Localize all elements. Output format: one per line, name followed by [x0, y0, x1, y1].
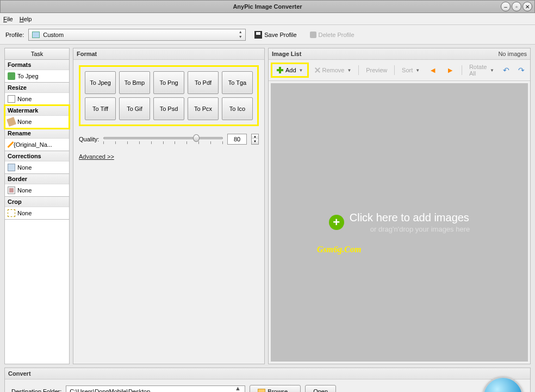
- crop-icon: [8, 209, 15, 217]
- folder-icon: [32, 32, 40, 38]
- quality-label: Quality:: [79, 136, 99, 142]
- next-button[interactable]: ►: [443, 64, 458, 76]
- drop-text-main: Click here to add images: [350, 211, 470, 224]
- task-group-border: Border None: [5, 174, 69, 197]
- prev-button[interactable]: ◄: [425, 64, 440, 76]
- format-button-to-tiff[interactable]: To Tiff: [85, 97, 116, 120]
- task-item-formats[interactable]: To Jpeg: [5, 70, 69, 82]
- image-list-status: No images: [498, 51, 527, 57]
- chevron-down-icon: ▼: [490, 68, 494, 73]
- redo-button[interactable]: ↷: [515, 64, 528, 76]
- redo-icon: ↷: [518, 66, 525, 74]
- corrections-icon: [8, 164, 15, 171]
- watermark-icon: [7, 117, 16, 127]
- pencil-icon: [7, 141, 14, 148]
- arrow-left-icon: ◄: [428, 66, 437, 74]
- close-button[interactable]: ✕: [522, 2, 532, 11]
- window-title: AnyPic Image Converter: [233, 3, 302, 10]
- plus-icon: [276, 66, 284, 74]
- task-group-corrections: Corrections None: [5, 151, 69, 174]
- convert-header: Convert: [5, 368, 530, 379]
- resize-icon: [8, 95, 15, 103]
- browse-button[interactable]: Browse...: [250, 385, 301, 392]
- border-icon: [8, 186, 15, 194]
- quality-slider[interactable]: [103, 134, 223, 145]
- add-button[interactable]: Add ▼: [273, 65, 307, 76]
- task-item-rename[interactable]: {Original_Na...: [5, 139, 69, 151]
- minimize-button[interactable]: –: [501, 2, 511, 11]
- chevron-down-icon: ▼: [299, 68, 303, 73]
- task-header: Task: [4, 48, 70, 59]
- undo-icon: ↶: [503, 66, 509, 74]
- advanced-link[interactable]: Advanced >>: [79, 153, 259, 160]
- preview-button[interactable]: Preview: [363, 65, 390, 75]
- format-button-to-psd[interactable]: To Psd: [153, 97, 184, 120]
- add-circle-icon: +: [329, 215, 344, 230]
- profile-bar: Profile: Custom ▲▼ Save Profile Delete P…: [0, 25, 535, 45]
- convert-panel: Convert Destination Folder: C:\Users\Don…: [4, 368, 531, 392]
- drop-text-sub: or drag'n'drop your images here: [370, 225, 470, 233]
- convert-icon: [8, 72, 15, 80]
- chevron-down-icon: ▼: [415, 68, 420, 73]
- task-sidebar: Task Formats To Jpeg Resize None Waterma…: [4, 48, 70, 364]
- task-group-rename: Rename {Original_Na...: [5, 128, 69, 151]
- rotate-all-button[interactable]: Rotate All ▼: [466, 62, 497, 78]
- open-button[interactable]: Open: [305, 385, 336, 392]
- format-button-to-pdf[interactable]: To Pdf: [188, 71, 219, 94]
- destination-folder-input[interactable]: C:\Users\DongMobile\Desktop ▲▼: [66, 385, 245, 392]
- format-panel: Format To JpegTo BmpTo PngTo PdfTo TgaTo…: [73, 48, 265, 364]
- image-list-header: Image List: [272, 51, 301, 57]
- task-item-crop[interactable]: None: [5, 207, 69, 219]
- menu-help[interactable]: Help: [20, 16, 32, 22]
- quality-spinner[interactable]: ▲▼: [251, 134, 259, 145]
- overlay-watermark: Gsm6g.Com: [317, 245, 361, 254]
- image-list-panel: Image List No images Add ▼ Remove ▼: [268, 48, 531, 364]
- dest-spinner[interactable]: ▲▼: [234, 385, 241, 392]
- image-list-toolbar: Add ▼ Remove ▼ Preview Sort ▼: [269, 60, 530, 81]
- x-icon: [314, 67, 321, 73]
- slider-thumb[interactable]: [193, 134, 200, 142]
- task-group-crop: Crop None: [5, 197, 69, 220]
- folder-icon: [258, 389, 265, 393]
- save-profile-button[interactable]: Save Profile: [250, 29, 301, 41]
- task-item-corrections[interactable]: None: [5, 161, 69, 173]
- dest-label: Destination Folder:: [11, 388, 61, 392]
- format-button-to-bmp[interactable]: To Bmp: [119, 71, 150, 94]
- profile-select[interactable]: Custom ▲▼: [28, 29, 246, 41]
- format-button-to-png[interactable]: To Png: [153, 71, 184, 94]
- quality-input[interactable]: [227, 134, 247, 145]
- delete-profile-button[interactable]: Delete Profile: [306, 29, 359, 41]
- format-button-to-ico[interactable]: To Ico: [222, 97, 253, 120]
- task-group-resize: Resize None: [5, 83, 69, 105]
- drop-zone[interactable]: + Click here to add images or drag'n'dro…: [271, 83, 528, 362]
- trash-icon: [310, 32, 316, 38]
- menubar: File Help: [0, 13, 535, 25]
- task-item-watermark[interactable]: None: [5, 116, 69, 128]
- remove-button[interactable]: Remove ▼: [311, 65, 355, 75]
- save-icon: [254, 31, 262, 39]
- format-button-to-jpeg[interactable]: To Jpeg: [85, 71, 116, 94]
- format-button-to-tga[interactable]: To Tga: [222, 71, 253, 94]
- profile-spinner[interactable]: ▲▼: [237, 30, 244, 40]
- menu-file[interactable]: File: [3, 16, 13, 22]
- sort-button[interactable]: Sort ▼: [399, 65, 423, 75]
- chevron-down-icon: ▼: [347, 68, 351, 73]
- task-group-formats: Formats To Jpeg: [5, 60, 69, 83]
- arrow-right-icon: ►: [446, 66, 455, 74]
- window-controls: – ▫ ✕: [501, 2, 532, 11]
- format-button-to-pcx[interactable]: To Pcx: [188, 97, 219, 120]
- profile-selected: Custom: [43, 32, 64, 38]
- task-item-border[interactable]: None: [5, 184, 69, 196]
- titlebar: AnyPic Image Converter – ▫ ✕: [0, 0, 535, 13]
- format-button-to-gif[interactable]: To Gif: [119, 97, 150, 120]
- format-header: Format: [73, 48, 264, 60]
- undo-button[interactable]: ↶: [500, 64, 513, 76]
- task-group-watermark: Watermark None: [5, 105, 69, 128]
- profile-label: Profile:: [5, 32, 24, 38]
- maximize-button[interactable]: ▫: [512, 2, 521, 11]
- task-item-resize[interactable]: None: [5, 93, 69, 105]
